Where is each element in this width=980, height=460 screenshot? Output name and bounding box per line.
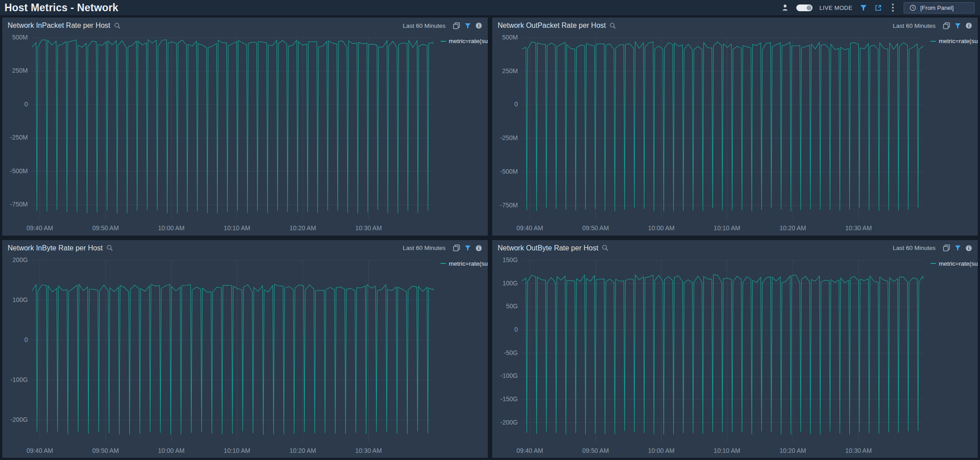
- legend-swatch: [441, 41, 446, 42]
- chart-canvas[interactable]: 150G100G50G0-50G-100G-150G-200G09:40 AM0…: [492, 253, 978, 458]
- svg-text:200G: 200G: [13, 256, 28, 263]
- clock-icon: [909, 4, 916, 11]
- panel-title: Network InPacket Rate per Host: [8, 22, 110, 30]
- info-icon[interactable]: [965, 245, 972, 252]
- live-mode-toggle[interactable]: [796, 4, 812, 11]
- header-actions: LIVE MODE [From Panel]: [781, 2, 975, 13]
- svg-text:09:50 AM: 09:50 AM: [92, 447, 119, 454]
- dashboard: Host Metrics - Network LIVE MODE: [0, 0, 980, 460]
- svg-text:10:20 AM: 10:20 AM: [780, 224, 806, 232]
- toggle-knob: [807, 5, 812, 10]
- info-icon[interactable]: [475, 22, 482, 29]
- svg-text:-50G: -50G: [504, 349, 518, 356]
- svg-text:0: 0: [514, 326, 518, 333]
- panel-icons: [453, 22, 482, 30]
- chart-canvas[interactable]: 500M250M0-250M-500M-750M09:40 AM09:50 AM…: [2, 31, 488, 236]
- share-icon[interactable]: [874, 4, 882, 12]
- panel-grid: Network InPacket Rate per Host Last 60 M…: [0, 15, 980, 460]
- panel-network-inpacket-rate: Network InPacket Rate per Host Last 60 M…: [2, 18, 488, 236]
- chart-canvas[interactable]: 500M250M0-250M-500M-750M09:40 AM09:50 AM…: [492, 31, 978, 236]
- panel-network-outpacket-rate: Network OutPacket Rate per Host Last 60 …: [492, 18, 978, 236]
- panel-network-inbyte-rate: Network InByte Rate per Host Last 60 Min…: [2, 240, 488, 458]
- user-icon[interactable]: [781, 4, 789, 12]
- chart-canvas[interactable]: 200G100G0-100G-200G09:40 AM09:50 AM10:00…: [2, 253, 488, 458]
- chart-network-inbyte[interactable]: 200G100G0-100G-200G09:40 AM09:50 AM10:00…: [2, 253, 488, 458]
- panel-filter-icon[interactable]: [464, 245, 471, 251]
- page-title: Host Metrics - Network: [4, 2, 119, 14]
- chart-network-outbyte[interactable]: 150G100G50G0-50G-100G-150G-200G09:40 AM0…: [492, 253, 978, 458]
- svg-text:0: 0: [514, 101, 518, 108]
- svg-text:100G: 100G: [13, 296, 28, 303]
- svg-text:-500M: -500M: [10, 167, 28, 175]
- svg-text:10:20 AM: 10:20 AM: [290, 224, 316, 232]
- zoom-icon[interactable]: [609, 22, 616, 29]
- legend[interactable]: metric=rate(su: [441, 260, 488, 267]
- zoom-icon[interactable]: [602, 245, 609, 251]
- legend-swatch: [931, 263, 936, 264]
- svg-text:500M: 500M: [502, 34, 518, 41]
- svg-text:150G: 150G: [503, 256, 518, 263]
- panel-icons: [943, 244, 972, 252]
- svg-text:09:40 AM: 09:40 AM: [516, 224, 543, 232]
- panel-icons: [453, 244, 482, 252]
- svg-text:10:00 AM: 10:00 AM: [648, 224, 675, 232]
- panel-time-range: Last 60 Minutes: [403, 245, 446, 251]
- zoom-icon[interactable]: [106, 245, 113, 251]
- panel-title: Network OutPacket Rate per Host: [498, 22, 606, 30]
- svg-text:10:10 AM: 10:10 AM: [714, 447, 740, 454]
- copy-panel-icon[interactable]: [943, 244, 950, 252]
- panel-time-range: Last 60 Minutes: [403, 22, 446, 29]
- legend[interactable]: metric=rate(su: [441, 38, 488, 44]
- svg-text:100G: 100G: [503, 279, 518, 286]
- svg-text:-500M: -500M: [500, 168, 518, 175]
- panel-header: Network InByte Rate per Host Last 60 Min…: [2, 240, 488, 253]
- panel-time-range: Last 60 Minutes: [893, 22, 936, 29]
- panel-filter-icon[interactable]: [954, 245, 961, 251]
- svg-text:10:00 AM: 10:00 AM: [158, 447, 185, 454]
- info-icon[interactable]: [475, 245, 482, 252]
- copy-panel-icon[interactable]: [453, 244, 460, 252]
- svg-text:10:10 AM: 10:10 AM: [224, 224, 250, 232]
- svg-text:10:10 AM: 10:10 AM: [714, 224, 740, 232]
- svg-text:10:20 AM: 10:20 AM: [290, 447, 316, 454]
- svg-text:-200G: -200G: [500, 418, 518, 425]
- svg-text:09:50 AM: 09:50 AM: [92, 224, 119, 232]
- panel-title: Network OutByte Rate per Host: [498, 244, 598, 252]
- svg-text:-100G: -100G: [500, 372, 518, 379]
- svg-text:50G: 50G: [506, 302, 518, 310]
- legend-label: metric=rate(su: [449, 260, 488, 267]
- svg-text:10:00 AM: 10:00 AM: [648, 447, 675, 454]
- svg-text:500M: 500M: [12, 34, 28, 41]
- legend-label: metric=rate(su: [939, 38, 978, 44]
- legend[interactable]: metric=rate(su: [931, 260, 978, 267]
- copy-panel-icon[interactable]: [453, 22, 460, 30]
- svg-text:10:00 AM: 10:00 AM: [158, 224, 185, 232]
- zoom-icon[interactable]: [114, 22, 121, 29]
- svg-text:10:10 AM: 10:10 AM: [224, 447, 250, 454]
- info-icon[interactable]: [965, 22, 972, 29]
- panel-filter-icon[interactable]: [954, 22, 961, 29]
- time-range-selector[interactable]: [From Panel]: [904, 2, 975, 13]
- panel-filter-icon[interactable]: [464, 22, 471, 29]
- chart-network-inpacket[interactable]: 500M250M0-250M-500M-750M09:40 AM09:50 AM…: [2, 31, 488, 236]
- panel-header: Network InPacket Rate per Host Last 60 M…: [2, 18, 488, 31]
- svg-text:10:20 AM: 10:20 AM: [780, 447, 806, 454]
- svg-text:09:40 AM: 09:40 AM: [26, 447, 53, 454]
- svg-text:09:50 AM: 09:50 AM: [582, 447, 609, 454]
- svg-text:250M: 250M: [502, 67, 518, 74]
- svg-text:-150G: -150G: [500, 395, 518, 402]
- panel-icons: [943, 22, 972, 30]
- kebab-menu-icon[interactable]: [889, 3, 896, 13]
- legend[interactable]: metric=rate(su: [931, 38, 978, 44]
- filter-icon[interactable]: [860, 4, 867, 12]
- panel-network-outbyte-rate: Network OutByte Rate per Host Last 60 Mi…: [492, 240, 978, 458]
- copy-panel-icon[interactable]: [943, 22, 950, 30]
- chart-network-outpacket[interactable]: 500M250M0-250M-500M-750M09:40 AM09:50 AM…: [492, 31, 978, 236]
- panel-title: Network InByte Rate per Host: [8, 244, 103, 252]
- svg-text:10:30 AM: 10:30 AM: [355, 224, 382, 232]
- svg-text:10:30 AM: 10:30 AM: [845, 447, 872, 454]
- svg-text:250M: 250M: [12, 67, 28, 74]
- svg-text:-750M: -750M: [10, 201, 28, 208]
- legend-swatch: [441, 263, 446, 264]
- svg-text:09:40 AM: 09:40 AM: [516, 447, 543, 454]
